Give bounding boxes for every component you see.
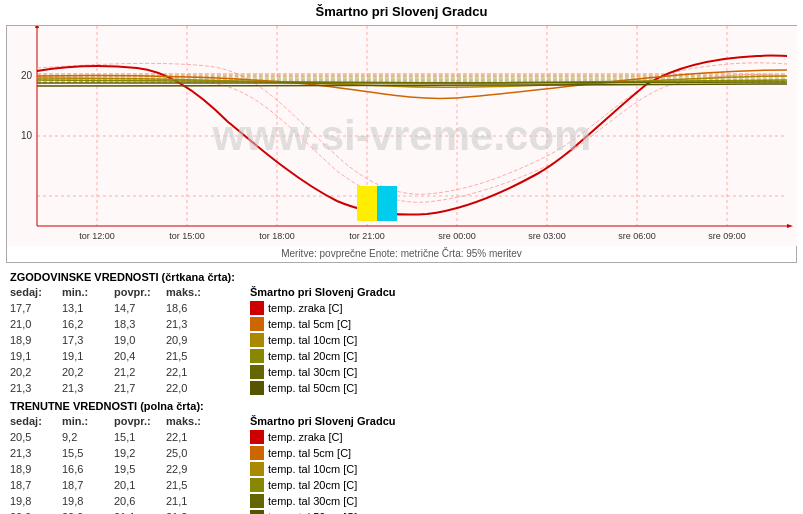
historical-section: ZGODOVINSKE VREDNOSTI (črtkana črta): se… <box>10 271 793 396</box>
cell: 21,3 <box>166 316 218 332</box>
list-item: temp. tal 50cm [C] <box>250 509 793 514</box>
cell: 21,1 <box>114 509 166 514</box>
svg-text:tor 15:00: tor 15:00 <box>169 231 205 241</box>
list-item: temp. tal 30cm [C] <box>250 364 793 380</box>
cell: 21,5 <box>166 477 218 493</box>
cell: 15,5 <box>62 445 114 461</box>
cell: 18,7 <box>62 477 114 493</box>
cell: 22,1 <box>166 364 218 380</box>
right-label: temp. zraka [C] <box>268 429 343 445</box>
right-label: temp. tal 5cm [C] <box>268 445 351 461</box>
table-row: 21,3 15,5 19,2 25,0 <box>10 445 230 461</box>
svg-text:tor 12:00: tor 12:00 <box>79 231 115 241</box>
data-section: ZGODOVINSKE VREDNOSTI (črtkana črta): se… <box>0 265 803 514</box>
right-label: temp. tal 5cm [C] <box>268 316 351 332</box>
main-container: Šmartno pri Slovenj Gradcu <box>0 0 803 514</box>
curr-col2: min.: <box>62 413 114 429</box>
curr-col3: povpr.: <box>114 413 166 429</box>
cell: 21,7 <box>114 380 166 396</box>
cell: 19,1 <box>62 348 114 364</box>
hist-right-header-row: Šmartno pri Slovenj Gradcu <box>250 284 793 300</box>
svg-text:20: 20 <box>21 70 33 81</box>
svg-marker-27 <box>35 26 39 28</box>
color-swatch <box>250 510 264 514</box>
chart-area: 20 10 tor 12:00 tor 15:00 tor 18:00 tor … <box>6 25 797 263</box>
historical-left: sedaj: min.: povpr.: maks.: 17,7 13,1 14… <box>10 284 230 396</box>
svg-text:sre 09:00: sre 09:00 <box>708 231 746 241</box>
cell: 20,9 <box>62 509 114 514</box>
cell: 21,3 <box>166 509 218 514</box>
table-row: 19,8 19,8 20,6 21,1 <box>10 493 230 509</box>
historical-right: Šmartno pri Slovenj Gradcu temp. zraka [… <box>250 284 793 396</box>
cell: 22,9 <box>166 461 218 477</box>
cell: 22,0 <box>166 380 218 396</box>
cell: 15,1 <box>114 429 166 445</box>
svg-text:tor 18:00: tor 18:00 <box>259 231 295 241</box>
right-label: temp. tal 30cm [C] <box>268 493 357 509</box>
cell: 21,2 <box>114 364 166 380</box>
list-item: temp. zraka [C] <box>250 300 793 316</box>
hist-col-headers: sedaj: min.: povpr.: maks.: <box>10 284 230 300</box>
cell: 22,1 <box>166 429 218 445</box>
right-label: temp. tal 10cm [C] <box>268 332 357 348</box>
chart-svg-container: 20 10 tor 12:00 tor 15:00 tor 18:00 tor … <box>7 26 797 246</box>
cell: 19,0 <box>114 332 166 348</box>
cell: 19,1 <box>10 348 62 364</box>
cell: 19,5 <box>114 461 166 477</box>
cell: 20,2 <box>62 364 114 380</box>
current-header: TRENUTNE VREDNOSTI (polna črta): <box>10 400 793 412</box>
color-swatch <box>250 301 264 315</box>
cell: 20,9 <box>10 509 62 514</box>
list-item: temp. tal 30cm [C] <box>250 493 793 509</box>
color-swatch <box>250 333 264 347</box>
cell: 21,3 <box>10 445 62 461</box>
table-row: 17,7 13,1 14,7 18,6 <box>10 300 230 316</box>
list-item: temp. tal 20cm [C] <box>250 348 793 364</box>
cell: 19,8 <box>62 493 114 509</box>
cell: 25,0 <box>166 445 218 461</box>
cell: 16,6 <box>62 461 114 477</box>
table-row: 20,9 20,9 21,1 21,3 <box>10 509 230 514</box>
cell: 21,3 <box>62 380 114 396</box>
list-item: temp. tal 20cm [C] <box>250 477 793 493</box>
cell: 20,4 <box>114 348 166 364</box>
cell: 17,7 <box>10 300 62 316</box>
right-label: temp. tal 20cm [C] <box>268 477 357 493</box>
chart-svg: 20 10 tor 12:00 tor 15:00 tor 18:00 tor … <box>7 26 797 246</box>
right-label: temp. tal 50cm [C] <box>268 509 357 514</box>
hist-right-header: Šmartno pri Slovenj Gradcu <box>250 284 395 300</box>
right-label: temp. tal 20cm [C] <box>268 348 357 364</box>
cell: 19,2 <box>114 445 166 461</box>
color-swatch <box>250 365 264 379</box>
chart-title: Šmartno pri Slovenj Gradcu <box>0 0 803 21</box>
cell: 20,5 <box>10 429 62 445</box>
svg-text:tor 21:00: tor 21:00 <box>349 231 385 241</box>
svg-text:sre 06:00: sre 06:00 <box>618 231 656 241</box>
list-item: temp. tal 5cm [C] <box>250 316 793 332</box>
current-right: Šmartno pri Slovenj Gradcu temp. zraka [… <box>250 413 793 514</box>
table-row: 21,3 21,3 21,7 22,0 <box>10 380 230 396</box>
list-item: temp. tal 10cm [C] <box>250 461 793 477</box>
right-label: temp. zraka [C] <box>268 300 343 316</box>
cell: 21,0 <box>10 316 62 332</box>
cell: 17,3 <box>62 332 114 348</box>
color-swatch <box>250 478 264 492</box>
cell: 18,6 <box>166 300 218 316</box>
color-swatch <box>250 462 264 476</box>
color-swatch <box>250 349 264 363</box>
cell: 9,2 <box>62 429 114 445</box>
cell: 20,6 <box>114 493 166 509</box>
cell: 20,1 <box>114 477 166 493</box>
hist-col1: sedaj: <box>10 284 62 300</box>
right-label: temp. tal 10cm [C] <box>268 461 357 477</box>
cell: 18,7 <box>10 477 62 493</box>
right-label: temp. tal 50cm [C] <box>268 380 357 396</box>
cell: 18,9 <box>10 332 62 348</box>
curr-col-headers: sedaj: min.: povpr.: maks.: <box>10 413 230 429</box>
hist-col4: maks.: <box>166 284 218 300</box>
historical-header: ZGODOVINSKE VREDNOSTI (črtkana črta): <box>10 271 793 283</box>
cell: 21,1 <box>166 493 218 509</box>
svg-text:10: 10 <box>21 130 33 141</box>
table-row: 19,1 19,1 20,4 21,5 <box>10 348 230 364</box>
color-swatch <box>250 317 264 331</box>
